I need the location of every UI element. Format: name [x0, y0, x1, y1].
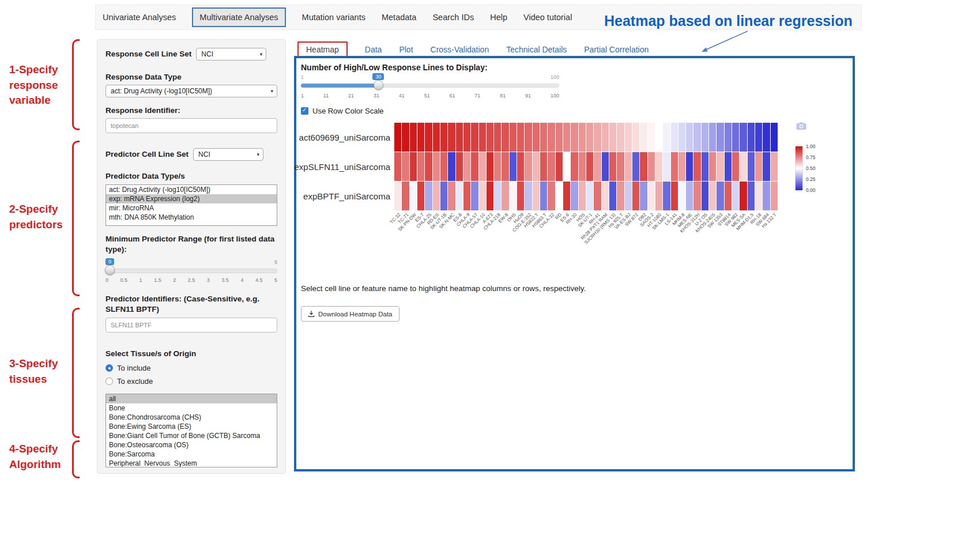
heatmap-cell[interactable] — [625, 123, 632, 152]
heatmap-cell[interactable] — [579, 182, 586, 210]
heatmap-cell[interactable] — [748, 123, 755, 152]
heatmap-cell[interactable] — [494, 182, 501, 210]
heatmap-cell[interactable] — [517, 152, 524, 181]
nav-item[interactable]: Video tutorial — [523, 13, 572, 22]
heatmap-cell[interactable] — [755, 123, 762, 152]
heatmap-cell[interactable] — [410, 182, 417, 210]
heatmap-cell[interactable] — [755, 152, 762, 181]
tab-plot[interactable]: Plot — [399, 45, 413, 54]
listbox-option[interactable]: Bone:Ewing Sarcoma (ES) — [106, 422, 277, 431]
heatmap-cell[interactable] — [563, 123, 570, 152]
heatmap-grid[interactable] — [394, 123, 778, 210]
listbox-option[interactable]: Bone:Chondrosarcoma (CHS) — [106, 413, 277, 422]
listbox-option[interactable]: Bone:Sarcoma — [106, 450, 277, 459]
heatmap-cell[interactable] — [471, 123, 478, 152]
heatmap-cell[interactable] — [732, 123, 739, 152]
heatmap-cell[interactable] — [679, 152, 685, 181]
heatmap-cell[interactable] — [579, 152, 586, 181]
heatmap-cell[interactable] — [625, 152, 632, 181]
heatmap-cell[interactable] — [602, 182, 609, 210]
heatmap-cell[interactable] — [433, 123, 440, 152]
heatmap-cell[interactable] — [533, 182, 540, 210]
heatmap-cell[interactable] — [394, 152, 401, 181]
heatmap-cell[interactable] — [456, 152, 463, 181]
listbox-option[interactable]: act: Drug Activity (-log10[IC50M]) — [106, 185, 277, 194]
heatmap-cell[interactable] — [402, 152, 409, 181]
heatmap-cell[interactable] — [463, 123, 470, 152]
heatmap-cell[interactable] — [394, 123, 401, 152]
heatmap-cell[interactable] — [571, 123, 578, 152]
heatmap-cell[interactable] — [617, 182, 624, 210]
heatmap-cell[interactable] — [702, 182, 708, 210]
heatmap-cell[interactable] — [755, 182, 762, 210]
heatmap-cell[interactable] — [540, 152, 547, 181]
heatmap-cell[interactable] — [433, 152, 440, 181]
heatmap-cell[interactable] — [417, 152, 424, 181]
heatmap-cell[interactable] — [617, 152, 624, 181]
listbox-option[interactable]: Peripheral_Nervous_System — [106, 459, 277, 467]
heatmap-cell[interactable] — [709, 123, 716, 152]
nav-item[interactable]: Multivariate Analyses — [192, 7, 285, 27]
heatmap-cell[interactable] — [640, 182, 647, 210]
heatmap-cell[interactable] — [502, 182, 508, 210]
nav-item[interactable]: Mutation variants — [302, 13, 365, 22]
heatmap-cell[interactable] — [487, 123, 493, 152]
heatmap-cell[interactable] — [479, 123, 486, 152]
heatmap-cell[interactable] — [693, 152, 700, 181]
tab-technical-details[interactable]: Technical Details — [506, 45, 567, 54]
heatmap-cell[interactable] — [479, 152, 486, 181]
heatmap-cell[interactable] — [563, 152, 570, 181]
heatmap-cell[interactable] — [402, 182, 409, 210]
heatmap-cell[interactable] — [709, 152, 716, 181]
nav-item[interactable]: Univariate Analyses — [103, 13, 176, 22]
heatmap-cell[interactable] — [663, 152, 670, 181]
heatmap-cell[interactable] — [479, 182, 486, 210]
heatmap-cell[interactable] — [425, 182, 432, 210]
heatmap-cell[interactable] — [394, 182, 401, 210]
listbox-option[interactable]: mir: MicroRNA — [106, 203, 277, 213]
heatmap-cell[interactable] — [533, 152, 540, 181]
listbox-option[interactable]: Bone — [106, 403, 277, 413]
heatmap-cell[interactable] — [440, 152, 447, 181]
heatmap-cell[interactable] — [663, 123, 670, 152]
heatmap-cell[interactable] — [771, 152, 778, 181]
heatmap-cell[interactable] — [632, 182, 639, 210]
heatmap-cell[interactable] — [456, 123, 463, 152]
heatmap-cell[interactable] — [663, 182, 670, 210]
heatmap-cell[interactable] — [671, 123, 678, 152]
heatmap-cell[interactable] — [540, 182, 547, 210]
heatmap-cell[interactable] — [602, 123, 609, 152]
heatmap-cell[interactable] — [548, 182, 555, 210]
heatmap-cell[interactable] — [594, 182, 601, 210]
heatmap-cell[interactable] — [725, 152, 732, 181]
heatmap-cell[interactable] — [540, 123, 547, 152]
min-predictor-range-slider[interactable]: 0 5 00.511.522.533.544.55 — [105, 258, 277, 286]
tissue-exclude-radio[interactable]: To exclude — [105, 377, 277, 386]
response-identifier-input[interactable] — [105, 118, 277, 133]
heatmap-cell[interactable] — [632, 152, 639, 181]
heatmap-cell[interactable] — [763, 152, 770, 181]
heatmap-cell[interactable] — [740, 152, 747, 181]
nav-item[interactable]: Metadata — [382, 13, 416, 22]
listbox-option[interactable]: all — [106, 394, 277, 403]
heatmap-cell[interactable] — [693, 123, 700, 152]
slider-track[interactable] — [105, 269, 277, 273]
heatmap-cell[interactable] — [510, 123, 517, 152]
predictor-cell-line-set-select[interactable]: NCI ▾ — [193, 148, 263, 161]
heatmap-row-label[interactable]: expBPTF_uniSarcoma — [301, 182, 394, 211]
heatmap-cell[interactable] — [586, 182, 593, 210]
heatmap-cell[interactable] — [655, 182, 662, 210]
heatmap-cell[interactable] — [609, 152, 616, 181]
heatmap-row-label[interactable]: act609699_uniSarcoma — [301, 123, 394, 152]
heatmap-cell[interactable] — [410, 152, 417, 181]
heatmap-cell[interactable] — [440, 182, 447, 210]
nav-item[interactable]: Help — [490, 13, 507, 22]
heatmap-cell[interactable] — [648, 123, 655, 152]
heatmap-cell[interactable] — [763, 123, 770, 152]
heatmap-cell[interactable] — [740, 123, 747, 152]
heatmap-cell[interactable] — [425, 152, 432, 181]
heatmap-cell[interactable] — [525, 123, 532, 152]
heatmap-cell[interactable] — [571, 152, 578, 181]
predictor-identifiers-input[interactable] — [105, 318, 277, 333]
tissue-include-radio[interactable]: To include — [105, 364, 277, 372]
